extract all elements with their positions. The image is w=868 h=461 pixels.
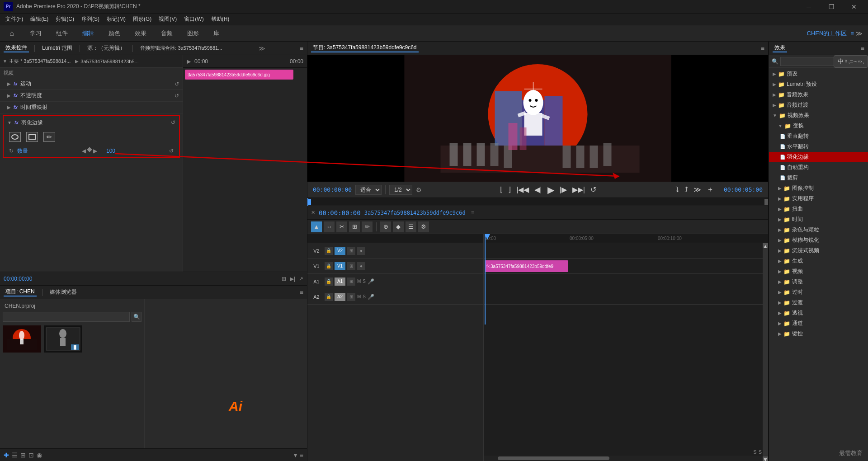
ec-feather-amount-reset[interactable]: ↺ <box>169 148 174 154</box>
icon-view-btn[interactable]: ⊞ <box>20 452 26 459</box>
fx-item-crop[interactable]: 📄 裁剪 <box>769 173 868 183</box>
tab-effects[interactable]: 效果 <box>773 44 787 52</box>
fx-subcat-imgctrl[interactable]: ▶ 📁 图像控制 <box>769 183 868 193</box>
fx-cat-audio-effects[interactable]: ▶ 📁 音频效果 <box>769 89 868 100</box>
fx-cat-presets[interactable]: ▶ 📁 预设 <box>769 69 868 79</box>
fx-subcat-video[interactable]: ▶ 📁 视频 <box>769 266 868 277</box>
nav-prev-btn[interactable]: ◀ <box>82 148 86 154</box>
fx-item-feather[interactable]: 📄 羽化边缘 <box>769 152 868 162</box>
ws-tab-audio[interactable]: 音频 <box>155 28 179 39</box>
panel-options-icon[interactable]: ≡ <box>300 45 303 52</box>
fx-subcat-perspective[interactable]: ▶ 📁 透视 <box>769 308 868 318</box>
fx-subcat-generate[interactable]: ▶ 📁 生成 <box>769 256 868 266</box>
menu-help[interactable]: 帮助(H) <box>208 14 233 24</box>
tl-scroll-btn-up[interactable]: ▲ <box>763 243 768 248</box>
track-a2-btn[interactable]: A2 <box>335 293 345 301</box>
settings-icon[interactable]: ⚙ <box>416 186 422 193</box>
track-a2-solo[interactable]: S <box>363 294 366 299</box>
btn-mark-out[interactable]: ⌋ <box>507 184 512 195</box>
home-icon[interactable]: ⌂ <box>5 27 18 40</box>
ws-tab-libraries[interactable]: 库 <box>207 28 226 39</box>
ec-opacity-reset[interactable]: ↺ <box>175 93 179 99</box>
track-v2-toggle1[interactable]: ⊞ <box>347 247 355 255</box>
ec-effect-timeremap[interactable]: ▶ fx 时间重映射 <box>0 102 183 113</box>
tl-scroll-thumb[interactable] <box>763 248 768 456</box>
fx-cat-audio-trans[interactable]: ▶ 📁 音频过渡 <box>769 100 868 110</box>
tl-magnet-btn[interactable]: ⊕ <box>380 221 391 232</box>
fx-subcat-distort[interactable]: ▶ 📁 扭曲 <box>769 204 868 214</box>
menu-graphics[interactable]: 图形(G) <box>129 14 155 24</box>
btn-add[interactable]: ＋ <box>706 184 715 195</box>
fx-subcat-obsolete[interactable]: ▶ 📁 过时 <box>769 287 868 297</box>
panel-menu-icon[interactable]: ≫ <box>259 45 265 52</box>
nav-diamond-btn[interactable] <box>87 147 92 152</box>
ws-tab-assembly[interactable]: 组件 <box>50 28 74 39</box>
tl-scroll-btn-down[interactable]: ▼ <box>763 456 768 461</box>
project-search-btn[interactable]: 🔍 <box>132 312 142 322</box>
shape-ellipse-btn[interactable] <box>9 132 21 142</box>
ec-feather-header[interactable]: ▼ fx 羽化边缘 ↺ <box>4 116 179 129</box>
thumbnail-1[interactable] <box>3 325 41 353</box>
track-a1-mic[interactable]: 🎤 <box>368 278 374 285</box>
timeline-options[interactable]: ≡ <box>471 210 474 216</box>
btn-loop[interactable]: ↺ <box>590 184 597 195</box>
menu-file[interactable]: 文件(F) <box>2 14 27 24</box>
track-a2-mic[interactable]: 🎤 <box>368 294 374 300</box>
track-v2-eye[interactable]: V2 <box>335 247 345 255</box>
ws-tab-graphics[interactable]: 图形 <box>181 28 205 39</box>
project-search-input[interactable] <box>3 312 130 322</box>
fx-subcat-noise[interactable]: ▶ 📁 杂色与颗粒 <box>769 225 868 235</box>
effects-menu-icon[interactable]: ≡ <box>861 45 864 52</box>
ws-tab-learn[interactable]: 学习 <box>24 28 48 39</box>
zoom-out-btn[interactable]: ▾ <box>294 452 297 459</box>
menu-view[interactable]: 视图(V) <box>155 14 180 24</box>
expand-btn[interactable]: ≡ <box>300 452 303 459</box>
thumbnail-2[interactable]: ▐▌ <box>44 325 82 353</box>
menu-clip[interactable]: 剪辑(C) <box>52 14 78 24</box>
btn-step-back[interactable]: ◀| <box>533 184 542 195</box>
menu-sequence[interactable]: 序列(S) <box>78 14 103 24</box>
preview-menu-icon[interactable]: ≡ <box>761 45 764 52</box>
fx-subcat-keying[interactable]: ▶ 📁 键控 <box>769 329 868 339</box>
tc-right-display[interactable]: 00:00:05:00 <box>724 186 763 193</box>
btn-overwrite[interactable]: ⤴ <box>684 185 689 195</box>
fx-subcat-immersive[interactable]: ▶ 📁 沉浸式视频 <box>769 245 868 256</box>
tl-settings-btn[interactable]: ⚙ <box>418 221 429 232</box>
track-v1-eye[interactable]: V1 <box>335 262 345 270</box>
tab-media-browser[interactable]: 媒体浏览器 <box>48 288 79 296</box>
sort-btn[interactable]: ◉ <box>37 452 42 459</box>
tl-slip-tool[interactable]: ⊞ <box>349 221 360 232</box>
tab-effect-controls[interactable]: 效果控件 <box>4 44 29 52</box>
ec-master-label[interactable]: 主要 * 3a575347fa598814... <box>9 58 71 65</box>
ec-feather-param-label[interactable]: 数量 <box>17 147 28 155</box>
freeform-view-btn[interactable]: ⊡ <box>28 452 34 459</box>
nav-next-btn[interactable]: ▶ <box>93 148 97 154</box>
fx-subcat-transform[interactable]: ▼ 📁 变换 <box>769 121 868 131</box>
track-a1-mute[interactable]: M <box>357 279 361 284</box>
timeline-sequence-name[interactable]: 3a575347fa59881423b59ddfe9c9c6d <box>364 210 466 216</box>
track-v1-toggle1[interactable]: ⊞ <box>347 262 355 270</box>
fx-item-vflip[interactable]: 📄 垂直翻转 <box>769 131 868 141</box>
fx-subcat-channel[interactable]: ▶ 📁 通道 <box>769 318 868 329</box>
timeline-close-icon[interactable]: ✕ <box>311 210 315 216</box>
track-v1-toggle2[interactable]: ● <box>357 262 365 270</box>
fx-cat-lumetri[interactable]: ▶ 📁 Lumetri 预设 <box>769 79 868 89</box>
fx-subcat-adjust[interactable]: ▶ 📁 调整 <box>769 277 868 287</box>
fx-cat-video-effects[interactable]: ▼ 📁 视频效果 <box>769 110 868 121</box>
ec-feather-value[interactable]: 100 <box>106 148 115 154</box>
ec-export-icon[interactable]: ↗ <box>299 276 303 282</box>
tab-audio-mixer[interactable]: 音频剪辑混合器: 3a575347fa59881... <box>138 45 224 52</box>
workspace-menu-icon[interactable]: ≡ <box>850 30 854 37</box>
menu-edit[interactable]: 编辑(E) <box>27 14 52 24</box>
btn-goto-in[interactable]: |◀◀ <box>515 184 530 195</box>
pen-btn[interactable]: ✏ <box>43 132 55 142</box>
tl-ripple-tool[interactable]: ↔ <box>324 221 335 232</box>
new-item-btn[interactable]: ✚ <box>4 452 9 459</box>
ws-tab-edit[interactable]: 编辑 <box>76 28 100 39</box>
tl-scroll-h-thumb[interactable] <box>498 456 609 460</box>
ws-tab-color[interactable]: 颜色 <box>102 28 127 39</box>
shape-rect-btn[interactable] <box>26 132 38 142</box>
fit-select[interactable]: 适合 <box>355 185 382 195</box>
close-button[interactable]: ✕ <box>844 0 864 14</box>
tl-add-track-btn[interactable]: ☰ <box>406 221 416 232</box>
